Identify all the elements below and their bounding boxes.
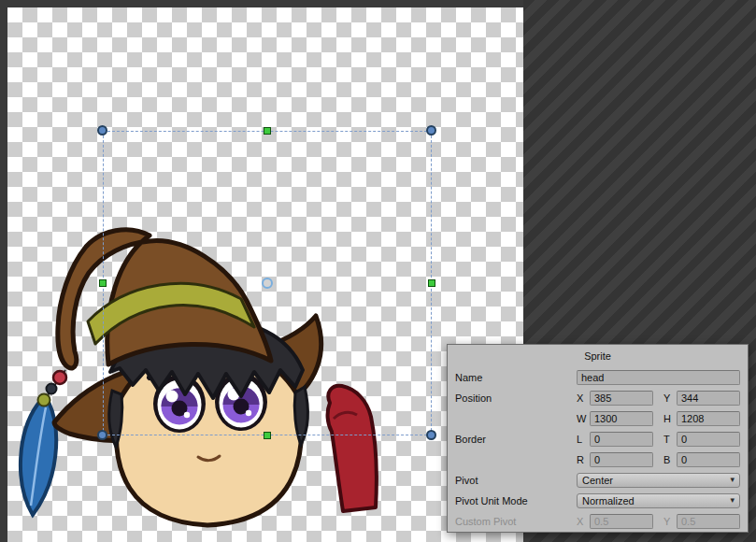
custom-pivot-label: Custom Pivot	[455, 516, 577, 527]
position-xy-row: Position X Y	[455, 390, 740, 406]
pivot-unit-mode-row: Pivot Unit Mode Normalized ▾	[455, 492, 740, 508]
custom-pivot-x-input	[590, 514, 653, 529]
selection-handle-bottom-left[interactable]	[97, 430, 107, 440]
border-lt-row: Border L T	[455, 431, 740, 447]
pivot-handle[interactable]	[262, 278, 273, 289]
name-input[interactable]	[577, 370, 740, 385]
custom-pivot-y-input	[677, 514, 740, 529]
border-r-label: R	[577, 454, 587, 465]
pivot-dropdown-value: Center	[582, 475, 726, 486]
border-l-label: L	[577, 434, 587, 445]
dropdown-arrow-icon: ▾	[730, 496, 735, 505]
selection-handle-right-center[interactable]	[428, 279, 435, 287]
selection-handle-top-right[interactable]	[426, 125, 436, 136]
sprite-inspector-panel: Sprite Name Position X Y W H	[447, 344, 749, 533]
position-w-input[interactable]	[590, 411, 653, 426]
position-w-label: W	[577, 413, 587, 424]
position-h-label: H	[663, 413, 674, 424]
panel-title: Sprite	[455, 349, 740, 364]
pivot-label: Pivot	[455, 475, 577, 486]
selection-handle-left-center[interactable]	[99, 279, 107, 287]
border-label: Border	[455, 434, 577, 445]
selection-handle-bottom-center[interactable]	[264, 432, 271, 439]
border-b-input[interactable]	[677, 452, 740, 467]
selection-handle-top-left[interactable]	[97, 125, 107, 136]
pivot-unit-mode-dropdown-value: Normalized	[582, 495, 726, 506]
selection-handle-bottom-right[interactable]	[426, 430, 436, 440]
custom-pivot-x-label: X	[577, 516, 587, 527]
name-row: Name	[455, 369, 740, 385]
position-x-input[interactable]	[590, 391, 653, 406]
position-label: Position	[455, 392, 577, 404]
border-t-label: T	[663, 434, 674, 445]
pivot-unit-mode-label: Pivot Unit Mode	[455, 495, 577, 506]
position-x-label: X	[577, 392, 587, 404]
border-rb-row: R B	[455, 451, 740, 467]
position-wh-row: W H	[455, 410, 740, 426]
selection-handle-top-center[interactable]	[264, 127, 271, 135]
name-label: Name	[455, 372, 577, 383]
pivot-row: Pivot Center ▾	[455, 472, 740, 488]
position-y-input[interactable]	[677, 391, 740, 406]
border-b-label: B	[663, 454, 674, 465]
dropdown-arrow-icon: ▾	[730, 476, 735, 484]
border-t-input[interactable]	[677, 432, 740, 447]
border-l-input[interactable]	[590, 432, 653, 447]
position-y-label: Y	[663, 392, 674, 404]
sprite-editor-window: Sprite Name Position X Y W H	[0, 0, 756, 542]
position-h-input[interactable]	[677, 411, 740, 426]
custom-pivot-y-label: Y	[663, 516, 674, 527]
custom-pivot-row: Custom Pivot X Y	[455, 513, 740, 529]
pivot-dropdown[interactable]: Center ▾	[577, 473, 740, 488]
pivot-unit-mode-dropdown[interactable]: Normalized ▾	[577, 493, 740, 508]
border-r-input[interactable]	[590, 452, 653, 467]
